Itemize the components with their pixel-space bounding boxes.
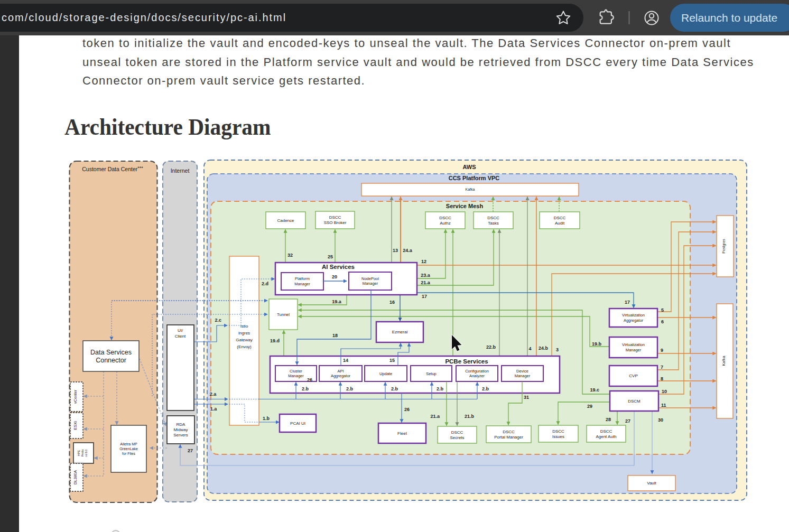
svg-text:26: 26 xyxy=(307,377,312,382)
svg-text:Aggregator: Aggregator xyxy=(624,318,644,323)
svg-text:16: 16 xyxy=(389,300,395,305)
svg-text:Vault: Vault xyxy=(647,481,656,486)
svg-text:31: 31 xyxy=(524,395,529,400)
svg-text:PCBe Services: PCBe Services xyxy=(445,358,488,365)
svg-text:Issues: Issues xyxy=(552,434,564,439)
svg-text:19.b: 19.b xyxy=(592,341,602,347)
svg-text:4: 4 xyxy=(528,346,531,351)
svg-text:11: 11 xyxy=(661,403,666,408)
svg-text:Portal Manager: Portal Manager xyxy=(494,435,523,440)
svg-text:Connector: Connector xyxy=(96,357,126,364)
svg-text:Kafka: Kafka xyxy=(721,356,726,366)
svg-text:26: 26 xyxy=(404,407,410,412)
svg-text:Analyzer: Analyzer xyxy=(469,374,485,378)
svg-text:2.d: 2.d xyxy=(262,281,268,286)
svg-text:DSCC: DSCC xyxy=(503,430,515,434)
svg-text:28: 28 xyxy=(606,417,611,422)
svg-text:DSCC: DSCC xyxy=(600,429,612,434)
svg-text:Authz: Authz xyxy=(440,221,450,226)
svg-text:Virtualization: Virtualization xyxy=(622,313,645,318)
svg-text:CVP: CVP xyxy=(629,374,637,378)
svg-text:18: 18 xyxy=(332,333,338,338)
svg-text:2.b: 2.b xyxy=(391,386,398,391)
svg-text:DSCC: DSCC xyxy=(439,216,451,220)
svg-text:23.a: 23.a xyxy=(421,273,431,278)
svg-text:Setup: Setup xyxy=(426,371,437,376)
svg-text:19.c: 19.c xyxy=(590,387,599,393)
svg-text:21.a: 21.a xyxy=(421,280,431,285)
svg-text:PCAI UI: PCAI UI xyxy=(290,421,305,426)
svg-text:7: 7 xyxy=(661,365,663,370)
svg-text:27: 27 xyxy=(625,418,630,424)
svg-text:Alletra MP: Alletra MP xyxy=(120,442,137,446)
svg-text:10: 10 xyxy=(662,389,667,394)
svg-text:RDA: RDA xyxy=(177,422,186,427)
svg-text:Manager: Manager xyxy=(363,281,378,286)
svg-text:UI/: UI/ xyxy=(178,328,183,333)
svg-text:Platform: Platform xyxy=(295,276,310,281)
svg-text:32: 32 xyxy=(287,253,293,258)
svg-text:17: 17 xyxy=(422,294,427,299)
svg-text:1.a: 1.a xyxy=(210,406,218,412)
svg-text:24.b: 24.b xyxy=(539,346,549,351)
svg-text:6: 6 xyxy=(661,319,664,324)
svg-text:Prolia: Prolia xyxy=(81,449,84,457)
svg-text:Cluster: Cluster xyxy=(290,369,302,374)
svg-text:21.a: 21.a xyxy=(430,414,440,419)
svg-text:Manager: Manager xyxy=(294,282,310,286)
svg-text:DSCM: DSCM xyxy=(628,399,641,404)
svg-text:Tasks: Tasks xyxy=(488,221,498,226)
svg-text:20: 20 xyxy=(332,274,337,279)
svg-text:DSCC: DSCC xyxy=(552,429,564,434)
svg-text:17: 17 xyxy=(625,300,630,305)
svg-text:Manager: Manager xyxy=(288,374,304,378)
svg-text:SSO Broker: SSO Broker xyxy=(324,220,347,225)
svg-text:3: 3 xyxy=(556,347,559,352)
svg-text:NodePool: NodePool xyxy=(361,276,379,281)
svg-text:HPE: HPE xyxy=(77,450,80,456)
svg-text:Virtualization: Virtualization xyxy=(622,342,645,347)
svg-text:27: 27 xyxy=(188,448,193,453)
svg-text:nt 8.0: nt 8.0 xyxy=(85,450,88,457)
svg-text:DSCC: DSCC xyxy=(554,216,566,220)
svg-text:vCenter: vCenter xyxy=(73,389,78,404)
svg-text:DSCC: DSCC xyxy=(329,215,341,220)
svg-text:Client: Client xyxy=(175,334,186,339)
svg-text:14: 14 xyxy=(343,358,348,363)
svg-text:Configuration: Configuration xyxy=(465,369,489,374)
svg-text:CCS Platform VPC: CCS Platform VPC xyxy=(449,175,500,181)
svg-text:Update: Update xyxy=(379,371,392,376)
svg-text:Customer Data Center***: Customer Data Center*** xyxy=(82,165,143,173)
svg-text:API: API xyxy=(337,369,344,374)
svg-text:19.a: 19.a xyxy=(332,299,342,304)
svg-text:Servers: Servers xyxy=(173,433,188,437)
svg-text:2.b: 2.b xyxy=(302,386,309,391)
svg-text:Service Mesh: Service Mesh xyxy=(446,203,484,209)
svg-text:Postgres: Postgres xyxy=(722,239,726,254)
svg-text:Fleet: Fleet xyxy=(397,431,407,436)
svg-text:DSCC: DSCC xyxy=(451,430,463,435)
svg-text:Cadence: Cadence xyxy=(277,218,294,223)
svg-text:(Envoy): (Envoy) xyxy=(237,344,252,349)
svg-text:13: 13 xyxy=(393,248,398,253)
svg-text:Agent Auth: Agent Auth xyxy=(596,434,616,439)
svg-text:24.a: 24.a xyxy=(403,248,413,253)
svg-text:25: 25 xyxy=(328,254,333,259)
svg-text:29: 29 xyxy=(587,404,592,409)
svg-text:2.b: 2.b xyxy=(437,386,444,391)
svg-text:Tunnel: Tunnel xyxy=(277,312,290,317)
svg-text:9: 9 xyxy=(661,348,663,353)
svg-text:8: 8 xyxy=(661,376,663,381)
svg-text:AI Services: AI Services xyxy=(322,264,355,270)
svg-text:22.b: 22.b xyxy=(486,344,496,350)
svg-text:Aggregator: Aggregator xyxy=(331,374,351,378)
svg-text:Manager: Manager xyxy=(515,374,531,378)
svg-text:2.b: 2.b xyxy=(346,386,354,391)
svg-text:DSCC: DSCC xyxy=(487,216,499,220)
svg-text:5: 5 xyxy=(661,307,664,313)
svg-text:1.b: 1.b xyxy=(263,416,270,421)
svg-text:for Files: for Files xyxy=(122,452,135,455)
svg-text:2.a: 2.a xyxy=(210,391,217,397)
svg-text:21.b: 21.b xyxy=(465,414,475,419)
svg-text:Device: Device xyxy=(516,369,528,374)
